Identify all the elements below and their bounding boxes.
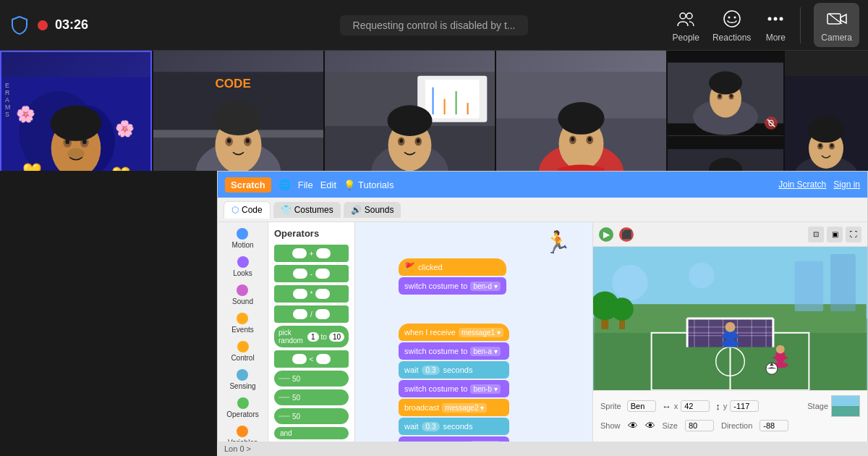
scratch-body: Motion Looks Sound Events Control Sensin… xyxy=(218,222,867,455)
sprite-preview: 🏃 xyxy=(544,229,571,255)
svg-point-4 xyxy=(733,17,736,19)
medium-view-button[interactable]: ▣ xyxy=(827,227,843,242)
scratch-navbar: Scratch 🌐 File Edit 💡 Tutorials Join Scr… xyxy=(218,172,867,198)
globe-icon[interactable]: 🌐 xyxy=(278,179,291,190)
switch-costume-ben-a[interactable]: switch costume to ben-a ▾ xyxy=(399,342,509,360)
scratch-app: Scratch 🌐 File Edit 💡 Tutorials Join Scr… xyxy=(217,171,868,456)
category-control[interactable]: Control xyxy=(228,338,257,365)
operators-panel: Operators + - * / xyxy=(268,222,355,455)
reactions-label: Reactions xyxy=(712,33,751,43)
wait-0-3-seconds-1[interactable]: wait 0.3 seconds xyxy=(399,361,509,379)
svg-point-129 xyxy=(776,345,785,354)
y-value[interactable]: -117 xyxy=(730,400,759,412)
tutorials-menu[interactable]: 💡 Tutorials xyxy=(344,180,393,190)
sign-in-link[interactable]: Sign in xyxy=(833,180,860,190)
show-hide-row: Show 👁 👁 Size 80 Direction -88 xyxy=(600,420,860,431)
when-flag-clicked[interactable]: 🚩 clicked xyxy=(399,258,506,276)
stage-background xyxy=(593,247,867,390)
help-icon: 💡 xyxy=(344,180,355,190)
category-looks[interactable]: Looks xyxy=(230,253,255,280)
reactions-button[interactable]: Reactions xyxy=(712,7,751,43)
switch-costume-ben-b[interactable]: switch costume to ben-b ▾ xyxy=(399,380,509,397)
category-operators[interactable]: Operators xyxy=(224,394,261,421)
category-events[interactable]: Events xyxy=(229,310,257,337)
svg-point-52 xyxy=(388,105,433,136)
svg-point-125 xyxy=(726,322,736,332)
mic-indicator-5 xyxy=(765,117,778,130)
svg-point-55 xyxy=(399,138,403,143)
svg-point-3 xyxy=(728,17,730,19)
toggle-50-block-1[interactable]: 50 xyxy=(274,371,349,387)
stop-button[interactable]: ⬛ xyxy=(619,227,634,242)
stage-thumb[interactable] xyxy=(831,395,860,417)
people-icon xyxy=(674,7,697,30)
hide-eye-button[interactable]: 👁 xyxy=(645,420,655,431)
small-view-button[interactable]: ⊡ xyxy=(808,227,824,242)
svg-rect-101 xyxy=(795,261,824,311)
svg-point-77 xyxy=(718,94,721,97)
svg-point-6 xyxy=(774,17,778,21)
events-dot xyxy=(237,313,248,324)
block-group-1: 🚩 clicked switch costume to ben-d ▾ xyxy=(399,258,506,296)
toggle-50-block-3[interactable]: 50 xyxy=(274,408,349,424)
op-divide-block[interactable]: / xyxy=(274,305,349,323)
wait-0-3-seconds-2[interactable]: wait 0.3 seconds xyxy=(399,418,509,435)
more-button[interactable]: More xyxy=(764,7,787,43)
svg-point-34 xyxy=(213,101,263,135)
x-value[interactable]: 42 xyxy=(681,400,710,412)
svg-point-96 xyxy=(830,144,833,148)
category-sound[interactable]: Sound xyxy=(229,282,256,308)
shield-icon xyxy=(9,14,30,36)
switch-costume-ben-d[interactable]: switch costume to ben-d ▾ xyxy=(399,277,506,295)
edit-menu[interactable]: Edit xyxy=(320,180,336,190)
lon-text: Lon 0 > xyxy=(224,444,251,453)
fullscreen-button[interactable]: ⛶ xyxy=(846,227,861,242)
svg-point-1 xyxy=(686,13,692,19)
camera-icon xyxy=(825,7,848,30)
op-plus-block[interactable]: + xyxy=(274,245,349,262)
svg-point-37 xyxy=(227,138,231,143)
category-sensing[interactable]: Sensing xyxy=(226,366,258,393)
tab-costumes[interactable]: 👕 Costumes xyxy=(273,202,341,218)
stage-view-buttons: ⊡ ▣ ⛶ xyxy=(808,227,861,242)
and-block[interactable]: and xyxy=(274,427,349,439)
op-multiply-block[interactable]: * xyxy=(274,285,349,303)
code-area[interactable]: 🏃 🚩 clicked switch costume to ben-d ▾ wh… xyxy=(355,222,592,455)
op-minus-block[interactable]: - xyxy=(274,265,349,282)
show-eye-button[interactable]: 👁 xyxy=(628,420,638,431)
sprite-name-value[interactable]: Ben xyxy=(627,400,656,412)
tab-sounds[interactable]: 🔊 Sounds xyxy=(344,202,401,218)
toggle-50-block-2[interactable]: 50 xyxy=(274,389,349,405)
pick-random-block[interactable]: pick random 1 to 10 xyxy=(274,326,349,347)
block-group-2: when I receive message1 ▾ switch costume… xyxy=(399,324,509,455)
costumes-icon: 👕 xyxy=(281,205,292,215)
green-flag-button[interactable]: ▶ xyxy=(599,227,613,242)
op-lt-block[interactable]: < xyxy=(274,350,349,368)
broadcast-message2[interactable]: broadcast message2 ▾ xyxy=(399,399,509,416)
sounds-icon: 🔊 xyxy=(351,205,362,215)
svg-point-78 xyxy=(730,94,733,97)
join-scratch-link[interactable]: Join Scratch xyxy=(778,180,826,190)
category-motion[interactable]: Motion xyxy=(229,225,256,252)
sprite-name-row: Sprite Ben ↔ x 42 ↕ y -117 Stage xyxy=(600,395,860,417)
block-categories-sidebar: Motion Looks Sound Events Control Sensin… xyxy=(218,222,268,455)
svg-point-7 xyxy=(780,17,783,21)
when-receive-message1[interactable]: when I receive message1 ▾ xyxy=(399,324,509,341)
tab-code[interactable]: ⬡ Code xyxy=(224,201,271,219)
svg-text:🌸: 🌸 xyxy=(16,105,35,124)
svg-point-74 xyxy=(709,72,742,95)
call-timer: 03:26 xyxy=(55,17,88,33)
camera-button[interactable]: Camera xyxy=(814,3,859,47)
people-button[interactable]: People xyxy=(673,7,699,43)
stage-area: ▶ ⬛ ⊡ ▣ ⛶ xyxy=(592,222,867,455)
top-bar-center: Requesting control is disabled by t... xyxy=(221,15,647,35)
svg-text:🌸: 🌸 xyxy=(115,119,135,138)
file-menu[interactable]: File xyxy=(298,180,313,190)
status-message: Requesting control is disabled by t... xyxy=(340,15,529,35)
bottom-bar: Lon 0 > xyxy=(217,442,868,456)
svg-point-5 xyxy=(768,17,772,21)
size-value[interactable]: 80 xyxy=(685,420,714,431)
svg-rect-102 xyxy=(830,254,856,311)
svg-point-106 xyxy=(610,297,634,321)
direction-value[interactable]: -88 xyxy=(760,420,788,431)
